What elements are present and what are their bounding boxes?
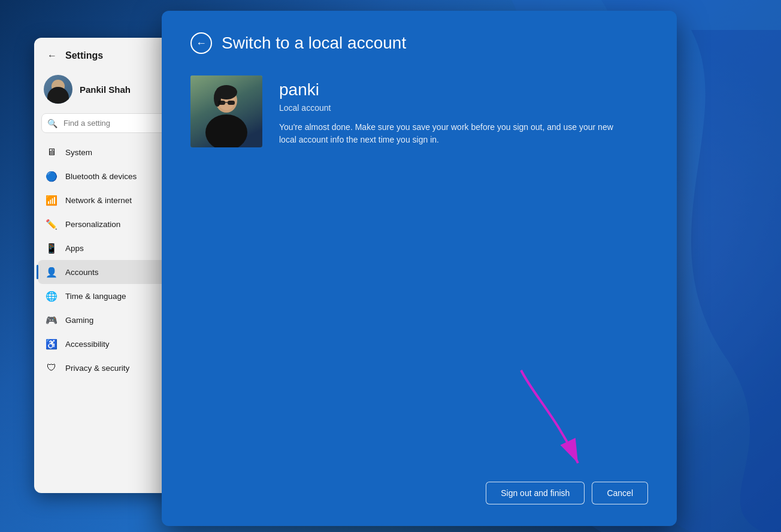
- svg-rect-7: [218, 101, 225, 105]
- account-username: panki: [279, 80, 614, 99]
- sidebar-item-accounts-label: Accounts: [65, 268, 99, 277]
- sidebar-item-personalization-label: Personalization: [65, 220, 120, 229]
- sidebar-title: Settings: [65, 50, 103, 61]
- sidebar-item-privacy-label: Privacy & security: [65, 364, 129, 373]
- svg-rect-8: [228, 101, 235, 105]
- sidebar-item-apps-label: Apps: [65, 244, 84, 253]
- time-icon: 🌐: [45, 289, 58, 303]
- dialog-title-row: ← Switch to a local account: [190, 32, 648, 54]
- network-icon: 📶: [45, 194, 58, 207]
- sidebar-item-network-label: Network & internet: [65, 196, 132, 205]
- system-icon: 🖥: [45, 146, 58, 159]
- sidebar-item-bluetooth-label: Bluetooth & devices: [65, 172, 137, 181]
- avatar-image: [44, 75, 72, 104]
- avatar-body: [47, 87, 69, 104]
- accounts-icon: 👤: [45, 265, 58, 279]
- switch-account-dialog: ← Switch to a local account: [162, 11, 677, 526]
- back-button[interactable]: ←: [44, 47, 60, 64]
- cancel-button[interactable]: Cancel: [592, 482, 648, 504]
- personalization-icon: ✏️: [45, 217, 58, 231]
- dialog-back-button[interactable]: ←: [190, 32, 212, 54]
- dialog-title: Switch to a local account: [222, 34, 406, 53]
- sign-out-finish-button[interactable]: Sign out and finish: [486, 482, 585, 504]
- account-photo-inner: [190, 75, 262, 147]
- apps-icon: 📱: [45, 241, 58, 255]
- account-description: You're almost done. Make sure you save y…: [279, 121, 614, 146]
- account-details: panki Local account You're almost done. …: [279, 75, 614, 146]
- avatar: [44, 75, 72, 104]
- dialog-footer: Sign out and finish Cancel: [190, 482, 648, 504]
- account-photo: [190, 75, 262, 147]
- arrow-annotation: [485, 358, 617, 490]
- sidebar-item-accessibility-label: Accessibility: [65, 340, 110, 349]
- sidebar-item-time-label: Time & language: [65, 292, 126, 301]
- search-icon: 🔍: [47, 119, 57, 128]
- sidebar-item-gaming-label: Gaming: [65, 316, 93, 325]
- account-type: Local account: [279, 103, 614, 113]
- account-info-row: panki Local account You're almost done. …: [190, 75, 648, 147]
- user-name: Pankil Shah: [80, 84, 131, 95]
- account-photo-svg: [190, 75, 262, 147]
- bluetooth-icon: 🔵: [45, 170, 58, 183]
- privacy-icon: 🛡: [45, 361, 58, 374]
- sidebar-item-system-label: System: [65, 148, 92, 157]
- gaming-icon: 🎮: [45, 313, 58, 327]
- accessibility-icon: ♿: [45, 337, 58, 350]
